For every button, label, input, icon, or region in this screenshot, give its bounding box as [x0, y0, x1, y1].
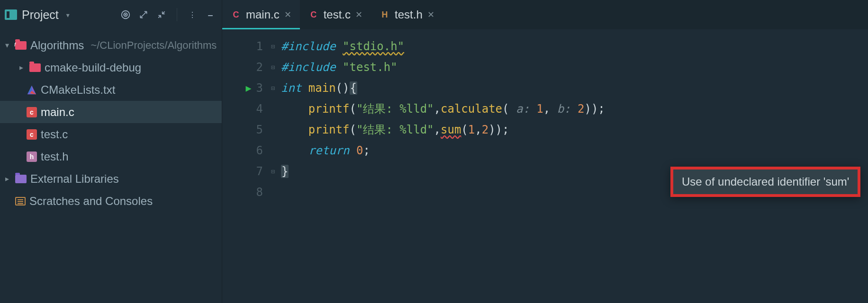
- tab-main-c[interactable]: C main.c ✕: [222, 0, 300, 29]
- folder-icon: [29, 63, 41, 72]
- line-number: 5: [256, 119, 263, 140]
- cmake-icon: [27, 85, 37, 95]
- code-token: printf: [308, 102, 350, 116]
- code-token: ));: [584, 102, 605, 116]
- project-view-icon[interactable]: [5, 9, 17, 20]
- code-token: (: [461, 123, 468, 136]
- code-token: #include: [281, 61, 343, 74]
- code-token: return: [308, 144, 356, 157]
- line-number: 7: [256, 161, 263, 182]
- chevron-right-icon[interactable]: ▸: [17, 63, 26, 72]
- code-token: ,: [543, 102, 550, 116]
- more-icon[interactable]: ⋮: [186, 8, 199, 21]
- collapse-icon[interactable]: [155, 8, 168, 21]
- line-number: 2: [256, 57, 263, 78]
- tree-item-label: test.h: [41, 150, 69, 163]
- minimize-icon[interactable]: —: [204, 8, 217, 21]
- line-gutter: 1 2 ▶3 4 5 6 7 8: [222, 29, 268, 303]
- error-tooltip-text: Use of undeclared identifier 'sum': [682, 175, 849, 188]
- project-sidebar: Project ▾ ⋮ — ▾ f Algorithms ~/CLionProj…: [0, 0, 222, 303]
- code-editor[interactable]: 1 2 ▶3 4 5 6 7 8 ⊟ ⊟ ⊟ ⊟ #include "stdio…: [222, 29, 868, 303]
- code-content[interactable]: #include "stdio.h" #include "test.h" int…: [278, 29, 868, 303]
- h-file-icon: h: [27, 152, 37, 162]
- line-number: 4: [256, 98, 263, 119]
- code-token: "stdio.h": [343, 40, 404, 53]
- svg-point-2: [125, 14, 126, 15]
- tree-scratches[interactable]: ▸ Scratches and Consoles: [0, 190, 222, 212]
- tree-item-label: Scratches and Consoles: [29, 195, 153, 208]
- chevron-down-icon[interactable]: ▾: [3, 41, 11, 50]
- code-token: sum: [441, 123, 461, 136]
- editor-pane: C main.c ✕ C test.c ✕ H test.h ✕ 1 2 ▶3 …: [222, 0, 868, 303]
- expand-icon[interactable]: [137, 8, 150, 21]
- code-token: 2: [578, 102, 584, 116]
- code-token: 1: [536, 102, 543, 116]
- c-file-icon: C: [231, 9, 241, 20]
- tree-root[interactable]: ▾ f Algorithms ~/CLionProjects/Algorithm…: [0, 34, 222, 56]
- tree-item-label: test.c: [41, 128, 68, 141]
- project-tree: ▾ f Algorithms ~/CLionProjects/Algorithm…: [0, 29, 222, 212]
- line-number: 3: [256, 78, 263, 98]
- tree-file-test-c[interactable]: c test.c: [0, 123, 222, 145]
- tab-test-h[interactable]: H test.h ✕: [371, 0, 443, 29]
- code-token: (: [350, 123, 356, 136]
- code-token: #include: [281, 40, 343, 53]
- tree-file-main-c[interactable]: c main.c: [0, 101, 222, 123]
- editor-tabs: C main.c ✕ C test.c ✕ H test.h ✕: [222, 0, 868, 29]
- close-icon[interactable]: ✕: [284, 9, 291, 20]
- code-token: 0: [356, 144, 363, 157]
- code-token: int: [281, 81, 301, 95]
- code-token: calculate: [441, 102, 502, 116]
- libraries-icon: [15, 175, 27, 183]
- line-number: 1: [256, 36, 263, 57]
- tab-label: main.c: [246, 8, 280, 21]
- line-number: 6: [256, 140, 263, 161]
- folder-icon: f: [15, 41, 27, 50]
- code-token: ,: [475, 123, 481, 136]
- c-file-icon: c: [27, 107, 37, 117]
- code-token: ,: [434, 123, 441, 136]
- code-token: (: [350, 102, 356, 116]
- tree-root-label: Algorithms: [30, 39, 84, 52]
- fold-end: ⊟: [268, 161, 278, 182]
- tree-item-label: External Libraries: [30, 172, 119, 186]
- close-icon[interactable]: ✕: [355, 9, 362, 20]
- code-token: }: [281, 165, 289, 178]
- tab-label: test.c: [324, 8, 351, 21]
- line-number: 8: [256, 182, 263, 203]
- h-file-icon: H: [380, 9, 390, 20]
- chevron-down-icon[interactable]: ▾: [65, 10, 71, 20]
- sidebar-header: Project ▾ ⋮ —: [0, 0, 222, 29]
- target-icon[interactable]: [119, 8, 132, 21]
- code-token: main: [308, 81, 336, 95]
- tab-label: test.h: [395, 8, 423, 21]
- tree-file-cmakelists[interactable]: CMakeLists.txt: [0, 79, 222, 101]
- code-token: printf: [308, 123, 350, 136]
- tree-item-label: main.c: [41, 106, 74, 119]
- tree-external-libraries[interactable]: ▸ External Libraries: [0, 168, 222, 190]
- code-token: (: [502, 102, 509, 116]
- code-token: 2: [482, 123, 488, 136]
- chevron-right-icon[interactable]: ▸: [3, 174, 11, 183]
- tree-file-test-h[interactable]: h test.h: [0, 145, 222, 168]
- tree-root-path: ~/CLionProjects/Algorithms: [90, 39, 217, 52]
- code-token: ,: [434, 102, 441, 116]
- tree-item-label: CMakeLists.txt: [41, 83, 115, 97]
- tree-folder-cmake-build[interactable]: ▸ cmake-build-debug: [0, 56, 222, 79]
- c-file-icon: c: [27, 129, 37, 140]
- code-token: (): [336, 81, 350, 95]
- close-icon[interactable]: ✕: [427, 9, 434, 20]
- error-tooltip: Use of undeclared identifier 'sum': [670, 167, 860, 197]
- fold-line: ⊟: [268, 36, 278, 57]
- code-token: "结果: %lld": [356, 102, 434, 116]
- code-token: ));: [488, 123, 509, 136]
- fold-marker[interactable]: ⊟: [268, 78, 278, 98]
- code-token: "test.h": [343, 61, 398, 74]
- c-file-icon: C: [308, 9, 319, 20]
- sidebar-title[interactable]: Project: [22, 8, 59, 22]
- code-token: {: [350, 81, 357, 95]
- fold-column: ⊟ ⊟ ⊟ ⊟: [268, 29, 278, 303]
- code-token: [301, 81, 308, 95]
- tab-test-c[interactable]: C test.c ✕: [300, 0, 371, 29]
- run-gutter-icon[interactable]: ▶: [246, 78, 252, 98]
